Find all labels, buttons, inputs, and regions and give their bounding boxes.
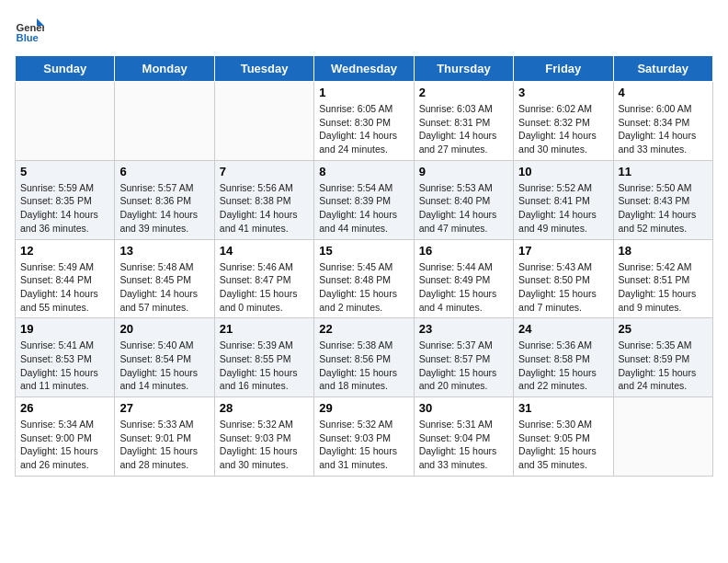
cell-info: Sunrise: 5:30 AMSunset: 9:05 PMDaylight:…: [518, 418, 608, 472]
calendar-cell: 10 Sunrise: 5:52 AMSunset: 8:41 PMDaylig…: [514, 160, 613, 239]
day-number: 7: [220, 165, 309, 178]
calendar-week-1: 1 Sunrise: 6:05 AMSunset: 8:30 PMDayligh…: [16, 82, 713, 161]
day-number: 28: [220, 401, 309, 415]
day-number: 5: [20, 165, 109, 178]
day-number: 22: [319, 322, 408, 336]
calendar-cell: 26 Sunrise: 5:34 AMSunset: 9:00 PMDaylig…: [16, 397, 115, 477]
day-number: 30: [419, 401, 508, 415]
cell-info: Sunrise: 5:39 AMSunset: 8:55 PMDaylight:…: [220, 339, 309, 393]
calendar-cell: 2 Sunrise: 6:03 AMSunset: 8:31 PMDayligh…: [414, 82, 513, 161]
cell-info: Sunrise: 5:56 AMSunset: 8:38 PMDaylight:…: [220, 181, 309, 236]
calendar-body: 1 Sunrise: 6:05 AMSunset: 8:30 PMDayligh…: [16, 82, 713, 477]
day-number: 25: [619, 322, 708, 336]
calendar-week-2: 5 Sunrise: 5:59 AMSunset: 8:35 PMDayligh…: [16, 160, 713, 239]
logo: General Blue: [15, 15, 44, 44]
cell-info: Sunrise: 5:46 AMSunset: 8:47 PMDaylight:…: [220, 260, 309, 315]
calendar-cell: [115, 82, 214, 161]
calendar-cell: 16 Sunrise: 5:44 AMSunset: 8:49 PMDaylig…: [414, 239, 513, 318]
day-number: 3: [518, 86, 608, 99]
day-number: 21: [220, 322, 309, 336]
cell-info: Sunrise: 6:05 AMSunset: 8:30 PMDaylight:…: [319, 102, 408, 156]
calendar-cell: 3 Sunrise: 6:02 AMSunset: 8:32 PMDayligh…: [514, 82, 613, 161]
calendar-cell: 5 Sunrise: 5:59 AMSunset: 8:35 PMDayligh…: [16, 160, 115, 239]
cell-info: Sunrise: 5:52 AMSunset: 8:41 PMDaylight:…: [518, 181, 608, 236]
day-number: 6: [119, 165, 209, 178]
calendar-week-3: 12 Sunrise: 5:49 AMSunset: 8:44 PMDaylig…: [16, 239, 713, 318]
calendar-cell: [613, 397, 712, 477]
day-number: 8: [319, 165, 408, 178]
cell-info: Sunrise: 5:57 AMSunset: 8:36 PMDaylight:…: [119, 181, 209, 236]
day-number: 12: [20, 244, 109, 258]
svg-text:Blue: Blue: [17, 32, 39, 43]
calendar-cell: 28 Sunrise: 5:32 AMSunset: 9:03 PMDaylig…: [214, 397, 313, 477]
calendar-cell: 25 Sunrise: 5:35 AMSunset: 8:59 PMDaylig…: [613, 318, 712, 397]
day-number: 10: [518, 165, 608, 178]
day-header-monday: Monday: [115, 56, 214, 82]
calendar-cell: 18 Sunrise: 5:42 AMSunset: 8:51 PMDaylig…: [613, 239, 712, 318]
calendar-cell: 4 Sunrise: 6:00 AMSunset: 8:34 PMDayligh…: [613, 82, 712, 161]
day-number: 4: [619, 86, 708, 99]
day-number: 26: [20, 401, 109, 415]
calendar-cell: 6 Sunrise: 5:57 AMSunset: 8:36 PMDayligh…: [115, 160, 214, 239]
cell-info: Sunrise: 6:00 AMSunset: 8:34 PMDaylight:…: [619, 102, 708, 156]
cell-info: Sunrise: 6:03 AMSunset: 8:31 PMDaylight:…: [419, 102, 508, 156]
calendar-cell: 31 Sunrise: 5:30 AMSunset: 9:05 PMDaylig…: [514, 397, 613, 477]
calendar-week-4: 19 Sunrise: 5:41 AMSunset: 8:53 PMDaylig…: [16, 318, 713, 397]
cell-info: Sunrise: 5:49 AMSunset: 8:44 PMDaylight:…: [20, 260, 109, 315]
cell-info: Sunrise: 5:44 AMSunset: 8:49 PMDaylight:…: [419, 260, 508, 315]
cell-info: Sunrise: 5:35 AMSunset: 8:59 PMDaylight:…: [619, 339, 708, 393]
logo-icon: General Blue: [15, 15, 44, 44]
cell-info: Sunrise: 5:34 AMSunset: 9:00 PMDaylight:…: [20, 418, 109, 472]
calendar-cell: 14 Sunrise: 5:46 AMSunset: 8:47 PMDaylig…: [214, 239, 313, 318]
day-number: 29: [319, 401, 408, 415]
cell-info: Sunrise: 5:40 AMSunset: 8:54 PMDaylight:…: [119, 339, 209, 393]
calendar-cell: 12 Sunrise: 5:49 AMSunset: 8:44 PMDaylig…: [16, 239, 115, 318]
day-number: 9: [419, 165, 508, 178]
day-number: 14: [220, 244, 309, 258]
day-number: 23: [419, 322, 508, 336]
calendar-week-5: 26 Sunrise: 5:34 AMSunset: 9:00 PMDaylig…: [16, 397, 713, 477]
calendar-cell: 30 Sunrise: 5:31 AMSunset: 9:04 PMDaylig…: [414, 397, 513, 477]
day-header-wednesday: Wednesday: [314, 56, 414, 82]
cell-info: Sunrise: 5:37 AMSunset: 8:57 PMDaylight:…: [419, 339, 508, 393]
calendar-cell: 22 Sunrise: 5:38 AMSunset: 8:56 PMDaylig…: [314, 318, 414, 397]
day-header-sunday: Sunday: [16, 56, 115, 82]
day-number: 16: [419, 244, 508, 258]
day-number: 18: [619, 244, 708, 258]
day-number: 31: [518, 401, 608, 415]
page-header: General Blue: [15, 15, 713, 44]
cell-info: Sunrise: 6:02 AMSunset: 8:32 PMDaylight:…: [518, 102, 608, 156]
day-header-saturday: Saturday: [613, 56, 712, 82]
day-number: 19: [20, 322, 109, 336]
calendar-cell: 15 Sunrise: 5:45 AMSunset: 8:48 PMDaylig…: [314, 239, 414, 318]
cell-info: Sunrise: 5:42 AMSunset: 8:51 PMDaylight:…: [619, 260, 708, 315]
calendar-cell: 29 Sunrise: 5:32 AMSunset: 9:03 PMDaylig…: [314, 397, 414, 477]
cell-info: Sunrise: 5:33 AMSunset: 9:01 PMDaylight:…: [119, 418, 209, 472]
day-number: 1: [319, 86, 408, 99]
calendar-cell: 19 Sunrise: 5:41 AMSunset: 8:53 PMDaylig…: [16, 318, 115, 397]
calendar-cell: 17 Sunrise: 5:43 AMSunset: 8:50 PMDaylig…: [514, 239, 613, 318]
cell-info: Sunrise: 5:54 AMSunset: 8:39 PMDaylight:…: [319, 181, 408, 236]
cell-info: Sunrise: 5:50 AMSunset: 8:43 PMDaylight:…: [619, 181, 708, 236]
calendar-cell: 23 Sunrise: 5:37 AMSunset: 8:57 PMDaylig…: [414, 318, 513, 397]
cell-info: Sunrise: 5:45 AMSunset: 8:48 PMDaylight:…: [319, 260, 408, 315]
cell-info: Sunrise: 5:53 AMSunset: 8:40 PMDaylight:…: [419, 181, 508, 236]
day-number: 2: [419, 86, 508, 99]
day-header-friday: Friday: [514, 56, 613, 82]
calendar-cell: 1 Sunrise: 6:05 AMSunset: 8:30 PMDayligh…: [314, 82, 414, 161]
day-number: 13: [119, 244, 209, 258]
day-number: 27: [119, 401, 209, 415]
calendar-cell: 11 Sunrise: 5:50 AMSunset: 8:43 PMDaylig…: [613, 160, 712, 239]
day-header-tuesday: Tuesday: [214, 56, 313, 82]
calendar-cell: [16, 82, 115, 161]
cell-info: Sunrise: 5:32 AMSunset: 9:03 PMDaylight:…: [220, 418, 309, 472]
calendar-cell: 20 Sunrise: 5:40 AMSunset: 8:54 PMDaylig…: [115, 318, 214, 397]
day-number: 24: [518, 322, 608, 336]
cell-info: Sunrise: 5:36 AMSunset: 8:58 PMDaylight:…: [518, 339, 608, 393]
cell-info: Sunrise: 5:59 AMSunset: 8:35 PMDaylight:…: [20, 181, 109, 236]
day-header-thursday: Thursday: [414, 56, 513, 82]
cell-info: Sunrise: 5:31 AMSunset: 9:04 PMDaylight:…: [419, 418, 508, 472]
day-header-row: SundayMondayTuesdayWednesdayThursdayFrid…: [16, 56, 713, 82]
day-number: 11: [619, 165, 708, 178]
cell-info: Sunrise: 5:32 AMSunset: 9:03 PMDaylight:…: [319, 418, 408, 472]
